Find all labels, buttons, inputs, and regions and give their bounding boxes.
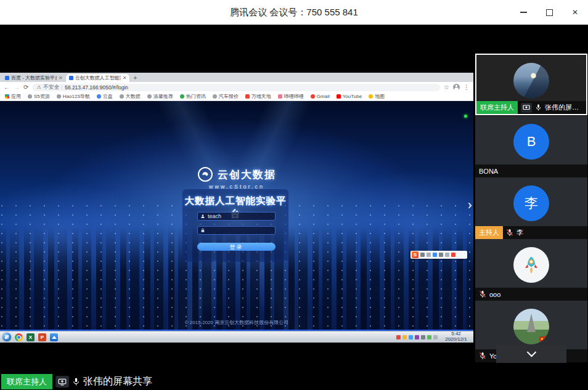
tray-icon — [409, 335, 413, 339]
tray-icon — [427, 335, 431, 339]
password-field-wrap — [197, 226, 276, 235]
screen-share-icon — [55, 376, 69, 388]
chrome-icon[interactable] — [15, 333, 23, 341]
reload-icon[interactable]: ⟳ — [23, 84, 28, 91]
participant-namebar: 联席主持人 张伟的屏… — [476, 101, 586, 114]
minimize-button[interactable] — [510, 0, 536, 25]
url-text: 58.213.47.166:9050/#/login — [65, 84, 128, 91]
password-input[interactable] — [208, 227, 272, 234]
browser-tab-baidu[interactable]: 百度 - 大数据实验平台 | 首页 ✕ — [2, 74, 66, 82]
tab-close-icon[interactable]: ✕ — [59, 75, 63, 81]
clock-time: 5:42 — [451, 331, 461, 336]
collapse-video-list-button[interactable] — [496, 345, 566, 363]
monument-shape — [527, 314, 536, 332]
maximize-icon — [546, 9, 553, 16]
close-button[interactable]: ✕ — [562, 0, 588, 25]
shared-taskbar: X P 5:42 2020/12/1 — [0, 331, 473, 343]
address-bar[interactable]: ⚠ 不安全 58.213.47.166:9050/#/login — [32, 84, 440, 91]
avatar: 李 — [513, 185, 549, 221]
tray-icon — [402, 335, 407, 339]
ime-mic-icon — [433, 253, 437, 257]
maximize-button[interactable] — [536, 0, 562, 25]
sogou-icon: S — [412, 251, 419, 258]
tray-icon — [433, 335, 438, 339]
tab-close-icon[interactable]: ✕ — [123, 75, 127, 81]
window-controls: ✕ — [510, 0, 588, 25]
bookmark-item[interactable]: 哔哩哔哩 — [278, 93, 304, 100]
bookmark-apps[interactable]: 应用 — [5, 93, 21, 100]
status-dot — [464, 115, 467, 118]
powerpoint-icon[interactable]: P — [38, 333, 46, 341]
host-badge: 主持人 — [475, 226, 503, 239]
cohost-badge: 联席主持人 — [1, 374, 52, 389]
bookmark-youtube[interactable]: YouTube — [337, 94, 362, 99]
login-page: 云创大数据 www.cStor.cn 大数据人工智能实验平台 — [0, 101, 473, 331]
sogou-input-bar[interactable]: S — [410, 251, 467, 259]
participant-name: 张伟的屏… — [545, 103, 579, 112]
site-icon — [213, 94, 217, 99]
tab-favicon — [5, 76, 9, 80]
site-icon — [245, 94, 250, 99]
participant-tile-ooo[interactable]: ooo — [475, 239, 587, 301]
bookmark-item[interactable]: 汽车报价 — [213, 93, 239, 100]
profile-icon[interactable] — [453, 84, 460, 91]
tray-icon — [421, 335, 425, 339]
shared-screen: 百度 - 大数据实验平台 | 首页 ✕ 云创大数据人工智能实验平台 | 登录 ✕… — [0, 25, 473, 370]
bookmark-item[interactable]: 大数据 — [120, 93, 141, 100]
participant-namebar: ooo — [475, 288, 587, 301]
start-button[interactable] — [2, 333, 11, 341]
participant-tile-li[interactable]: 李 主持人 李 — [475, 177, 587, 239]
login-button[interactable]: 登录 — [197, 243, 276, 251]
bookmark-item[interactable]: 地图 — [369, 93, 385, 100]
avatar — [513, 309, 549, 344]
browser-menu-icon[interactable]: ⋮ — [463, 84, 470, 91]
brand-block: 云创大数据 www.cStor.cn — [0, 166, 473, 190]
brand-name: 云创大数据 — [218, 168, 276, 182]
bookmark-item[interactable]: 温馨推荐 — [147, 93, 173, 100]
bookmark-item[interactable]: S5资源 — [28, 93, 50, 100]
username-input[interactable] — [208, 213, 272, 219]
bookmark-gmail[interactable]: Gmail — [311, 94, 330, 99]
bookmarks-bar: 应用 S5资源 Hao123导航 云盘 大数据 温馨推荐 热门资讯 汽车报价 万… — [0, 92, 473, 101]
system-tray[interactable] — [396, 335, 438, 339]
site-icon — [28, 94, 32, 99]
browser-toolbar: ← → ⟳ ⚠ 不安全 58.213.47.166:9050/#/login ☆… — [0, 82, 473, 92]
carousel-next-arrow[interactable]: › — [468, 198, 472, 212]
presenter-name: 张伟的屏幕共享 — [83, 375, 152, 388]
meeting-stage: 百度 - 大数据实验平台 | 首页 ✕ 云创大数据人工智能实验平台 | 登录 ✕… — [0, 25, 588, 390]
clock-date: 2020/12/1 — [445, 336, 467, 342]
app-icon-blue[interactable] — [50, 333, 58, 341]
china-flag-icon — [539, 336, 549, 343]
participant-tile-zhangwei[interactable]: 联席主持人 张伟的屏… — [475, 54, 587, 115]
forward-icon[interactable]: → — [14, 84, 20, 91]
avatar — [513, 247, 549, 283]
bookmark-item[interactable]: 云盘 — [97, 93, 113, 100]
tab-favicon — [69, 76, 73, 80]
participants-panel: 联席主持人 张伟的屏… — [475, 54, 587, 364]
bookmark-item[interactable]: 热门资讯 — [180, 93, 206, 100]
site-icon — [57, 94, 61, 99]
browser-tab-login[interactable]: 云创大数据人工智能实验平台 | 登录 ✕ — [66, 74, 130, 82]
new-tab-button[interactable]: + — [133, 74, 137, 82]
bookmark-item[interactable]: Hao123导航 — [57, 93, 90, 100]
presenter-banner: 联席主持人 张伟的屏幕共享 — [1, 374, 152, 389]
bookmark-star-icon[interactable]: ☆ — [444, 84, 449, 91]
excel-icon[interactable]: X — [27, 333, 35, 341]
ime-skin-icon — [451, 253, 455, 257]
ime-punct-icon — [427, 253, 431, 257]
cohost-badge: 联席主持人 — [476, 101, 518, 114]
gmail-icon — [311, 94, 315, 99]
username-field-wrap — [197, 212, 276, 221]
back-icon[interactable]: ← — [4, 84, 10, 91]
cstor-logo-icon — [197, 166, 213, 182]
tencent-meeting-window: 腾讯会议 会议号：750 555 841 ✕ 百度 - 大数据实验平台 | 首页… — [0, 0, 588, 390]
taskbar-clock: 5:42 2020/12/1 — [441, 331, 471, 343]
site-icon — [180, 94, 184, 99]
mic-muted-icon — [479, 352, 486, 360]
divider — [62, 85, 62, 90]
login-panel: 大数据人工智能实验平台 — [182, 189, 288, 262]
close-icon: ✕ — [572, 9, 578, 16]
bookmark-item[interactable]: 万维天地 — [245, 93, 271, 100]
ime-toolbox-icon — [445, 253, 449, 257]
participant-tile-bona[interactable]: B BONA — [475, 116, 587, 177]
